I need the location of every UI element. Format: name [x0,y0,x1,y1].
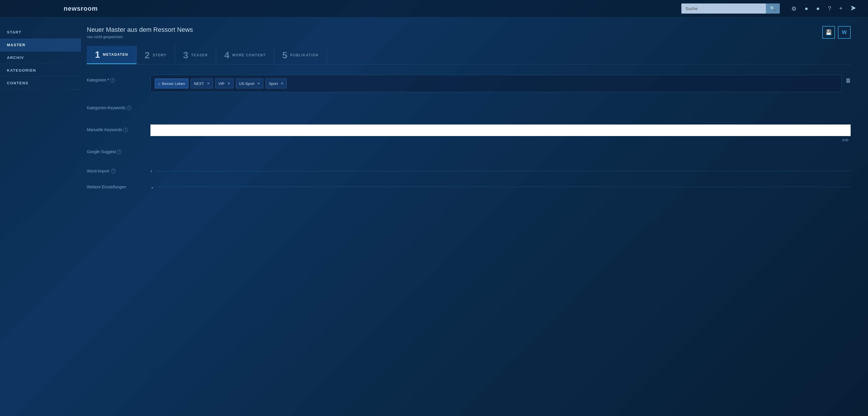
header-icons: ⚙ ● ● ? + ⮞ [791,5,857,12]
search-button[interactable]: 🔍 [766,3,780,13]
kategorien-field: ⌂ Besser Leben NEXT ✕ VIP ✕ US-Sport [151,75,850,92]
page-title-block: Neuer Master aus dem Ressort News neu ni… [87,26,193,39]
tag-sport[interactable]: Sport ✕ [266,78,287,89]
wrench-icon[interactable]: ⚙ [791,5,797,12]
manuelle-keywords-input-wrap: 0/30 [151,125,850,136]
wizard-steps: 1 METADATEN 2 STORY 3 TEASER 4 MORE CONT… [87,46,850,64]
kategorien-keywords-field [151,103,850,114]
google-suggest-field [151,146,850,158]
word-import-row: Word-Import ? › [87,168,850,174]
wizard-step-5[interactable]: 5 PUBLIKATION [274,46,327,64]
kategorien-help-icon[interactable]: ? [110,78,115,82]
weitere-einstellungen-chevron-icon[interactable]: ⌄ [151,184,154,189]
content-area: Neuer Master aus dem Ressort News neu ni… [81,18,868,416]
wizard-step-1[interactable]: 1 METADATEN [87,46,136,64]
google-suggest-area [151,146,850,158]
add-icon[interactable]: + [839,5,842,12]
step-5-number: 5 [282,50,287,60]
kategorien-keywords-help-icon[interactable]: ? [127,106,131,110]
tag-vip[interactable]: VIP ✕ [215,78,234,89]
weitere-einstellungen-label: Weitere Einstellungen [87,184,151,189]
tag-us-sport[interactable]: US-Sport ✕ [236,78,263,89]
main-layout: START MASTER ARCHIV KATEGORIEN CONTENS N… [0,18,868,416]
wizard-step-2[interactable]: 2 STORY [136,46,175,64]
word-import-label: Word-Import ? [87,169,151,173]
kategorien-label: Kategorien * ? [87,75,151,82]
weitere-einstellungen-divider [158,186,850,187]
step-1-label: METADATEN [103,53,128,57]
search-icon: 🔍 [770,6,776,11]
sidebar-item-contens[interactable]: CONTENS [0,77,81,90]
step-4-label: MORE CONTENT [232,53,266,57]
weitere-einstellungen-row: Weitere Einstellungen ⌄ [87,184,850,189]
google-suggest-help-icon[interactable]: ? [117,150,122,154]
word-export-button[interactable]: W [838,26,850,39]
tag-next-close[interactable]: ✕ [207,81,210,85]
manuelle-keywords-row: Manuelle Keywords ? 0/30 [87,125,850,136]
manuelle-keywords-help-icon[interactable]: ? [123,128,128,132]
manuelle-keywords-label: Manuelle Keywords ? [87,125,151,132]
tag-vip-close[interactable]: ✕ [227,81,230,85]
search-bar[interactable]: 🔍 [681,3,780,13]
google-suggest-label: Google Suggest ? [87,146,151,154]
wizard-step-4[interactable]: 4 MORE CONTENT [216,46,274,64]
keywords-counter: 0/30 [842,138,848,142]
step-4-number: 4 [224,50,229,60]
form-section: Kategorien * ? ⌂ Besser Leben NEXT ✕ [87,75,850,189]
tag-next[interactable]: NEXT ✕ [191,78,213,89]
export-icon[interactable]: ⮞ [850,5,857,12]
header: newsroom 🔍 ⚙ ● ● ? + ⮞ [0,0,868,18]
word-import-divider [155,171,850,171]
step-2-label: STORY [153,53,167,57]
word-import-expand-icon[interactable]: › [151,168,152,174]
page-title: Neuer Master aus dem Ressort News [87,26,193,34]
kategorien-keywords-label: Kategorien-Keywords ? [87,103,151,110]
logo: newsroom [64,5,98,12]
location-icon[interactable]: ● [805,5,808,12]
list-view-button[interactable]: ≣ [846,75,850,84]
step-3-number: 3 [183,50,188,60]
sidebar-item-kategorien[interactable]: KATEGORIEN [0,64,81,77]
google-suggest-row: Google Suggest ? [87,146,850,158]
home-icon: ⌂ [158,81,160,86]
page-actions: 💾 W [822,26,850,39]
step-3-label: TEASER [191,53,208,57]
kategorien-keywords-row: Kategorien-Keywords ? [87,103,850,114]
sidebar-item-archiv[interactable]: ARCHIV [0,51,81,64]
help-icon[interactable]: ? [828,5,831,12]
wizard-step-3[interactable]: 3 TEASER [175,46,216,64]
sidebar-item-master[interactable]: MASTER [0,39,81,51]
categories-box[interactable]: ⌂ Besser Leben NEXT ✕ VIP ✕ US-Sport [151,75,842,92]
user-icon[interactable]: ● [816,5,820,12]
sidebar: START MASTER ARCHIV KATEGORIEN CONTENS [0,18,81,416]
page-header: Neuer Master aus dem Ressort News neu ni… [87,26,850,39]
tag-sport-close[interactable]: ✕ [281,81,283,85]
manuelle-keywords-input[interactable] [151,125,850,136]
search-input[interactable] [681,4,766,13]
step-1-number: 1 [95,50,100,59]
page-subtitle: neu nicht gespeichert [87,35,193,39]
step-5-label: PUBLIKATION [290,53,318,57]
kategorien-row: Kategorien * ? ⌂ Besser Leben NEXT ✕ [87,75,850,92]
word-import-help-icon[interactable]: ? [111,169,116,173]
step-2-number: 2 [145,50,150,60]
tag-us-sport-close[interactable]: ✕ [257,81,260,85]
manuelle-keywords-field: 0/30 [151,125,850,136]
tag-besser-leben[interactable]: ⌂ Besser Leben [155,78,188,89]
sidebar-item-start[interactable]: START [0,26,81,39]
save-button[interactable]: 💾 [822,26,835,39]
